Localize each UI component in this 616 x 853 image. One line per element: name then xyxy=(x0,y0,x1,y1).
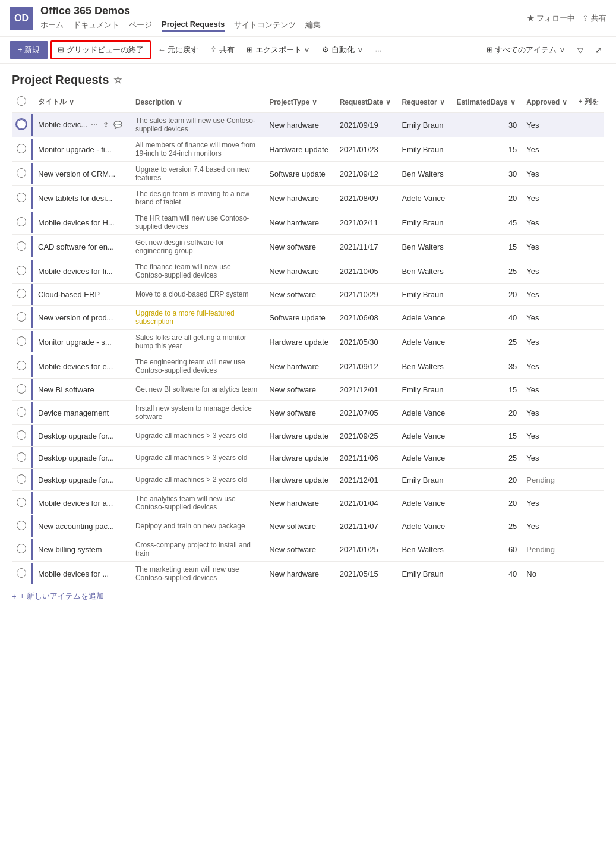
row-requestor: Ben Walters xyxy=(402,169,443,178)
row-approved-cell: Yes xyxy=(522,354,573,379)
row-checkbox[interactable] xyxy=(17,452,26,462)
header-request-date[interactable]: RequestDate ∨ xyxy=(335,92,397,113)
row-title[interactable]: New billing system xyxy=(38,545,102,554)
row-checkbox-cell xyxy=(12,284,31,306)
table-row: Desktop upgrade for...Upgrade all machin… xyxy=(12,469,604,491)
row-title-cell: Cloud-based ERP xyxy=(33,284,131,306)
row-title[interactable]: Mobile devic... xyxy=(38,120,87,129)
row-requestor-cell: Emily Braun xyxy=(397,469,451,491)
row-checkbox[interactable] xyxy=(17,336,26,346)
nav-site-contents[interactable]: サイトコンテンツ xyxy=(234,18,296,32)
automate-button[interactable]: ⚙ 自動化 ∨ xyxy=(317,42,368,58)
add-item-label[interactable]: + 新しいアイテムを追加 xyxy=(20,591,104,602)
follow-button[interactable]: ★ フォロー中 xyxy=(527,13,576,24)
row-checkbox[interactable] xyxy=(17,568,26,578)
row-checkbox[interactable] xyxy=(17,544,26,553)
row-title[interactable]: Desktop upgrade for... xyxy=(38,432,114,440)
row-estimated-days: 20 xyxy=(508,499,517,508)
row-requestor: Emily Braun xyxy=(402,476,443,484)
row-description-cell: The analytics team will new use Contoso-… xyxy=(131,491,264,515)
row-title[interactable]: New version of CRM... xyxy=(38,169,115,178)
row-approved-cell: Yes xyxy=(522,306,573,330)
header-project-type[interactable]: ProjectType ∨ xyxy=(264,92,334,113)
row-title[interactable]: Mobile devices for e... xyxy=(38,362,113,371)
row-checkbox[interactable] xyxy=(17,144,26,153)
row-title[interactable]: New BI software xyxy=(38,385,94,394)
nav-documents[interactable]: ドキュメント xyxy=(73,18,119,32)
row-title[interactable]: CAD software for en... xyxy=(38,243,114,251)
grid-view-button[interactable]: ⊞ グリッドビューの終了 xyxy=(50,40,151,59)
new-button[interactable]: + 新規 xyxy=(10,41,48,59)
share-header-button[interactable]: ⇪ 共有 xyxy=(582,13,606,24)
row-checkbox[interactable] xyxy=(17,241,26,251)
row-indicator xyxy=(31,402,33,423)
row-checkbox[interactable] xyxy=(17,521,26,530)
row-request-date-cell: 2021/05/30 xyxy=(335,330,397,354)
row-title[interactable]: Mobile devices for fi... xyxy=(38,267,113,276)
row-title[interactable]: Monitor upgrade - fi... xyxy=(38,145,112,154)
row-checkbox[interactable] xyxy=(17,312,26,322)
row-checkbox[interactable] xyxy=(17,384,26,394)
row-checkbox[interactable] xyxy=(17,168,26,178)
row-title[interactable]: Desktop upgrade for... xyxy=(38,476,114,484)
row-title-cell: New version of prod... xyxy=(33,306,131,330)
nav-edit[interactable]: 編集 xyxy=(305,18,321,32)
row-action-button[interactable]: 💬 xyxy=(112,119,124,130)
nav-pages[interactable]: ページ xyxy=(129,18,152,32)
row-checkbox[interactable] xyxy=(17,289,26,298)
header-add-col[interactable]: + 列を xyxy=(573,92,604,113)
header-requestor[interactable]: Requestor ∨ xyxy=(397,92,451,113)
expand-button[interactable]: ⤢ xyxy=(590,43,606,58)
table-row: Monitor upgrade - s...Sales folks are al… xyxy=(12,330,604,354)
filter-button[interactable]: ▽ xyxy=(573,43,588,58)
row-checkbox[interactable] xyxy=(17,498,26,507)
header-estimated-days[interactable]: EstimatedDays ∨ xyxy=(452,92,522,113)
all-items-button[interactable]: ⊞ すべてのアイテム ∨ xyxy=(482,42,570,58)
row-title[interactable]: Device management xyxy=(38,408,109,417)
export-button[interactable]: ⊞ エクスポート ∨ xyxy=(242,42,315,58)
row-checkbox[interactable] xyxy=(17,119,26,129)
row-title[interactable]: Mobile devices for ... xyxy=(38,569,109,578)
row-action-button[interactable]: ⋯ xyxy=(90,119,99,130)
row-approved: Yes xyxy=(526,362,539,371)
row-checkbox-cell xyxy=(12,401,31,425)
row-checkbox[interactable] xyxy=(17,430,26,440)
row-checkbox[interactable] xyxy=(17,407,26,417)
select-all-checkbox[interactable] xyxy=(17,96,26,106)
row-checkbox[interactable] xyxy=(17,361,26,370)
add-item-row[interactable]: + + 新しいアイテムを追加 xyxy=(0,586,616,606)
row-title[interactable]: Monitor upgrade - s... xyxy=(38,338,112,347)
share-toolbar-button[interactable]: ⇪ 共有 xyxy=(206,42,239,58)
row-title[interactable]: Desktop upgrade for... xyxy=(38,454,114,462)
row-requestor-cell: Ben Walters xyxy=(397,162,451,186)
header-title[interactable]: タイトル ∨ xyxy=(33,92,131,113)
row-title[interactable]: New tablets for desi... xyxy=(38,194,112,203)
row-checkbox[interactable] xyxy=(17,474,26,484)
row-approved-cell: Yes xyxy=(522,401,573,425)
row-title[interactable]: Mobile devices for H... xyxy=(38,218,115,227)
header-approved[interactable]: Approved ∨ xyxy=(522,92,573,113)
row-title-cell: Desktop upgrade for... xyxy=(33,425,131,447)
row-request-date: 2021/11/06 xyxy=(340,454,378,462)
row-approved: Yes xyxy=(526,243,539,251)
row-title[interactable]: Mobile devices for a... xyxy=(38,499,113,508)
site-title: Office 365 Demos xyxy=(40,5,527,17)
row-title[interactable]: Cloud-based ERP xyxy=(38,290,100,299)
nav-home[interactable]: ホーム xyxy=(40,18,64,32)
row-title[interactable]: New accounting pac... xyxy=(38,522,114,531)
row-description: The analytics team will new use Contoso-… xyxy=(135,495,236,511)
row-request-date: 2021/09/25 xyxy=(340,432,378,440)
back-button[interactable]: ← 元に戻す xyxy=(153,42,204,58)
favorite-icon[interactable]: ☆ xyxy=(113,74,122,86)
row-checkbox[interactable] xyxy=(17,193,26,202)
row-indicator xyxy=(31,469,33,490)
row-action-button[interactable]: ⇪ xyxy=(102,119,110,130)
header-description[interactable]: Description ∨ xyxy=(131,92,264,113)
nav-project-requests[interactable]: Project Requests xyxy=(162,18,225,32)
more-toolbar-button[interactable]: ··· xyxy=(371,43,387,58)
row-checkbox[interactable] xyxy=(17,266,26,275)
row-add-col-cell xyxy=(573,354,604,379)
row-checkbox[interactable] xyxy=(17,217,26,226)
row-title[interactable]: New version of prod... xyxy=(38,313,113,322)
row-approved: Yes xyxy=(526,385,539,394)
